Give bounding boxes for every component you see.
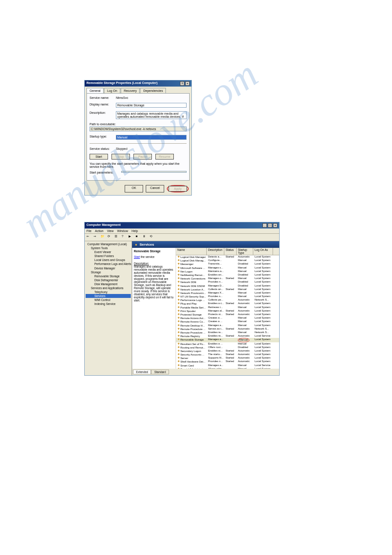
service-row[interactable]: NetMeeting Remot...Enables an...Disabled… <box>176 273 279 277</box>
start-button[interactable]: Start <box>90 154 108 160</box>
services-list: Name Description Status Startup Type Log… <box>176 248 279 369</box>
forward-icon[interactable]: ⇒ <box>94 235 99 240</box>
tab-logon[interactable]: Log On <box>104 88 120 93</box>
service-row[interactable]: Network DDEProvides n...DisabledLocal Sy… <box>176 280 279 284</box>
service-row[interactable]: Net LogonMaintains a...ManualLocal Syste… <box>176 270 279 273</box>
tree-item[interactable]: Storage <box>86 270 131 274</box>
ok-button[interactable]: OK <box>125 185 143 192</box>
service-row[interactable]: Network Provisionin...Manages X...Manual… <box>176 291 279 295</box>
tree-item[interactable]: Disk Defragmenter <box>86 278 131 282</box>
service-row[interactable]: Remote Access Aut...Creates a ...ManualL… <box>176 316 279 320</box>
restart-icon[interactable]: ⟲ <box>150 235 155 240</box>
col-log-on-as[interactable]: Log On As <box>253 248 273 255</box>
display-name-input[interactable]: Removable Storage <box>116 103 187 108</box>
tab-general[interactable]: General <box>86 88 104 93</box>
description-input[interactable]: Manages and catalogs removable media and… <box>116 111 187 119</box>
startup-label: Startup type: <box>90 135 116 138</box>
service-row[interactable]: Smart CardManages a...ManualLocal Servic… <box>176 364 279 367</box>
tree-item[interactable]: Removable Storage <box>86 274 131 278</box>
view-tab-standard[interactable]: Standard <box>151 370 169 374</box>
service-row[interactable]: Network ConnectionsManages o...StartedMa… <box>176 277 279 280</box>
tree-item[interactable]: Disk Management <box>86 282 131 286</box>
service-row[interactable]: MessengerTransmits...DisabledLocal Syste… <box>176 262 279 266</box>
tree-item[interactable]: System Tools <box>86 246 131 250</box>
tree-item[interactable]: Services <box>86 294 131 298</box>
view-tab-extended[interactable]: Extended <box>133 370 151 374</box>
help-icon[interactable]: ? <box>180 81 184 86</box>
stop-icon[interactable]: ■ <box>136 235 141 240</box>
service-row[interactable]: Portable Media Seri...Retrieves t...Manu… <box>176 306 279 309</box>
service-row[interactable]: ServerSupports fil...StartedAutomaticLoc… <box>176 356 279 360</box>
service-row[interactable]: Remote Procedure ...Enables re...ManualN… <box>176 331 279 334</box>
col-startup-type[interactable]: Startup Type <box>237 248 253 255</box>
tab-dependencies[interactable]: Dependencies <box>140 88 166 93</box>
view-tabs: Extended Standard <box>132 369 279 375</box>
service-row[interactable]: Remote RegistryEnables re...StartedAutom… <box>176 334 279 338</box>
menu-view[interactable]: View <box>107 229 114 232</box>
display-name-label: Display name: <box>90 103 116 106</box>
minimize-icon[interactable]: _ <box>263 223 267 228</box>
service-row[interactable]: Security Accounts ...The startu...Starte… <box>176 353 279 356</box>
col-status[interactable]: Status <box>224 248 237 255</box>
tree-item[interactable]: Shared Folders <box>86 254 131 258</box>
service-row[interactable]: Remote Access Co...Creates a ...ManualLo… <box>176 320 279 323</box>
menu-action[interactable]: Action <box>95 229 103 232</box>
startup-select[interactable]: Manual <box>116 135 187 140</box>
tree-item[interactable]: Device Manager <box>86 266 131 270</box>
hint-text: You can specify the start parameters tha… <box>90 162 187 168</box>
maximize-icon[interactable]: □ <box>268 223 272 228</box>
service-row[interactable]: Secondary LogonEnables st...StartedAutom… <box>176 349 279 353</box>
close-icon[interactable]: × <box>185 81 190 86</box>
service-row[interactable]: Network Location A...Collects an...Start… <box>176 288 279 291</box>
dialog-titlebar[interactable]: Removable Storage Properties (Local Comp… <box>85 80 191 87</box>
menu-file[interactable]: File <box>86 229 91 232</box>
tree-item[interactable]: Telephony <box>86 290 131 294</box>
service-row[interactable]: Plug and PlayEnables a c...StartedAutoma… <box>176 302 279 305</box>
status-value: Stopped <box>116 147 187 150</box>
play-icon[interactable]: ▶ <box>129 235 134 240</box>
service-row[interactable]: Protected StorageProtects st...StartedAu… <box>176 313 279 316</box>
folder-icon[interactable]: 📁 <box>101 235 106 240</box>
tree-item[interactable]: WMI Control <box>86 298 131 302</box>
tab-body: Service name:NtmsSvc Display name:Remova… <box>86 93 190 181</box>
menu-window[interactable]: Window <box>117 229 128 232</box>
service-row[interactable]: Print SpoolerManages al...StartedAutomat… <box>176 309 279 313</box>
service-row[interactable]: Microsoft Software ...Manages s...Manual… <box>176 266 279 270</box>
tree-item[interactable]: Indexing Service <box>86 302 131 306</box>
service-row[interactable]: Performance Logs ...Collects pe...Automa… <box>176 298 279 302</box>
apply-button: Apply <box>169 186 187 192</box>
props-icon[interactable]: ☰ <box>115 235 120 240</box>
service-row[interactable]: Remote Desktop H...Manages a...ManualLoc… <box>176 324 279 327</box>
refresh-icon[interactable]: ⟳ <box>108 235 113 240</box>
services-header: Services <box>132 241 279 248</box>
window-titlebar[interactable]: Computer Management _ □ × <box>85 222 279 229</box>
start-params-input <box>121 171 187 173</box>
service-row[interactable]: NT LM Security Sup...Provides s...Manual… <box>176 295 279 298</box>
desc-heading: Description: <box>134 262 174 265</box>
back-icon[interactable]: ⇐ <box>86 235 92 240</box>
col-name[interactable]: Name <box>176 248 207 255</box>
pause-icon[interactable]: ⏸ <box>143 235 148 240</box>
service-row[interactable]: Logical Disk ManagerDetects a...StartedA… <box>176 255 279 259</box>
menu-help[interactable]: Help <box>132 229 138 232</box>
tree-item[interactable]: Event Viewer <box>86 250 131 254</box>
service-row[interactable]: Network DDE DSDMManages D...DisabledLoca… <box>176 284 279 288</box>
service-row[interactable]: Logical Disk Manag...Configure...ManualL… <box>176 259 279 262</box>
col-description[interactable]: Description <box>207 248 224 255</box>
tree-item[interactable]: Local Users and Groups <box>86 258 131 262</box>
tree-item[interactable]: Performance Logs and Alerts <box>86 262 131 266</box>
tree-item[interactable]: Services and Applications <box>86 286 131 290</box>
help-icon[interactable]: ? <box>122 235 127 240</box>
selected-service-title: Removable Storage <box>134 250 174 253</box>
desc-body: Manages and catalogs removable media and… <box>134 265 174 302</box>
tab-recovery[interactable]: Recovery <box>121 88 140 93</box>
cancel-button[interactable]: Cancel <box>146 185 164 192</box>
service-row[interactable]: Shell Hardware Det...Provides n...Starte… <box>176 360 279 363</box>
close-icon[interactable]: × <box>273 223 277 228</box>
service-row[interactable]: Remote Procedure ...Serves as t...Starte… <box>176 327 279 331</box>
service-row[interactable]: Resultant Set of Po...Enables a ...Manua… <box>176 342 279 346</box>
tree-item[interactable]: Computer Management (Local) <box>86 242 131 246</box>
service-row[interactable]: Removable StorageManages a...ManualLocal… <box>176 338 279 342</box>
start-link[interactable]: Start <box>134 255 140 258</box>
service-row[interactable]: Routing and Remot...Offers rout...Disabl… <box>176 346 279 349</box>
